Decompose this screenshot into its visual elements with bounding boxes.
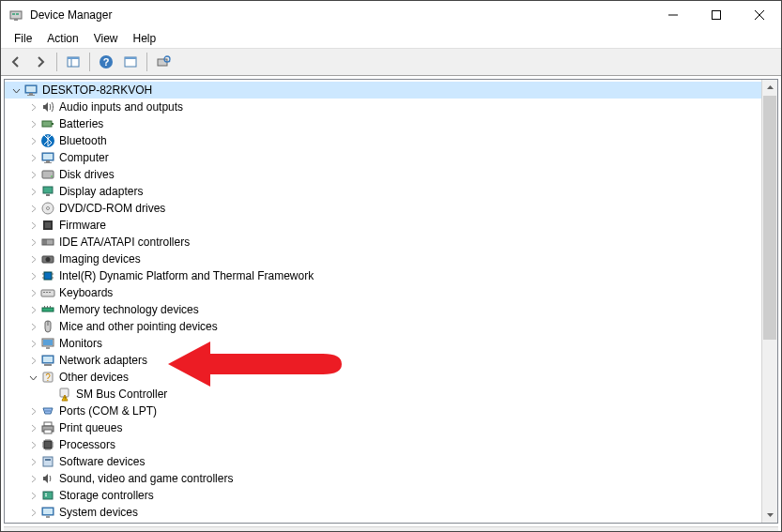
svg-rect-50 <box>49 292 51 293</box>
chevron-right-icon[interactable] <box>25 403 40 418</box>
chevron-right-icon[interactable] <box>25 285 40 300</box>
tree-category[interactable]: Imaging devices <box>5 251 777 267</box>
show-hide-tree-button[interactable] <box>62 51 84 73</box>
svg-rect-47 <box>41 290 54 296</box>
tree-category[interactable]: Computer <box>5 149 777 166</box>
tree-category[interactable]: Disk drives <box>5 166 777 183</box>
svg-rect-71 <box>44 430 52 433</box>
tree-category[interactable]: Monitors <box>5 335 777 352</box>
chevron-right-icon[interactable] <box>25 150 40 165</box>
tree-category[interactable]: Intel(R) Dynamic Platform and Thermal Fr… <box>5 267 777 284</box>
chevron-right-icon[interactable] <box>25 99 40 114</box>
close-button[interactable] <box>738 1 781 29</box>
svg-rect-19 <box>26 86 36 92</box>
svg-point-30 <box>51 175 53 177</box>
chevron-right-icon[interactable] <box>25 420 40 435</box>
vertical-scrollbar[interactable] <box>761 80 777 523</box>
system-icon <box>40 505 55 520</box>
forward-button[interactable] <box>29 51 52 73</box>
chevron-right-icon[interactable] <box>25 116 40 131</box>
battery-icon <box>40 116 55 131</box>
minimize-button[interactable] <box>652 1 695 29</box>
tree-category-label: Firmware <box>59 219 106 232</box>
chevron-right-icon[interactable] <box>25 268 40 283</box>
chevron-right-icon[interactable] <box>25 184 40 199</box>
chevron-right-icon[interactable] <box>25 218 40 233</box>
chevron-down-icon[interactable] <box>25 370 40 385</box>
svg-point-41 <box>46 257 51 262</box>
memory-icon <box>40 302 55 317</box>
tree-category-label: Monitors <box>59 337 102 350</box>
tree-category[interactable]: Ports (COM & LPT) <box>5 403 777 419</box>
menu-help[interactable]: Help <box>126 30 164 47</box>
chevron-right-icon[interactable] <box>25 302 40 317</box>
scan-hardware-button[interactable] <box>152 51 175 73</box>
chevron-right-icon[interactable] <box>25 251 40 266</box>
menubar: File Action View Help <box>1 29 781 48</box>
tree-category[interactable]: Print queues <box>5 419 777 436</box>
statusbar <box>4 526 778 532</box>
tree-category[interactable]: ?Other devices <box>5 369 777 386</box>
tree-category[interactable]: Software devices <box>5 453 777 470</box>
computer-icon <box>40 150 55 165</box>
tree-category-label: Mice and other pointing devices <box>59 320 218 333</box>
svg-rect-32 <box>46 194 50 196</box>
chevron-right-icon[interactable] <box>25 471 40 486</box>
tree-category[interactable]: IDE ATA/ATAPI controllers <box>5 234 777 251</box>
svg-rect-69 <box>44 422 52 426</box>
scroll-up-button[interactable] <box>762 80 777 96</box>
svg-rect-15 <box>158 59 167 66</box>
tree-category[interactable]: Audio inputs and outputs <box>5 99 777 115</box>
menu-view[interactable]: View <box>86 30 126 47</box>
svg-rect-57 <box>43 340 53 345</box>
scroll-down-button[interactable] <box>762 507 777 523</box>
tree-device[interactable]: !SM Bus Controller <box>5 386 777 403</box>
chevron-right-icon[interactable] <box>25 133 40 148</box>
tree-category[interactable]: Display adapters <box>5 183 777 200</box>
svg-rect-1 <box>12 13 15 15</box>
tree-category[interactable]: Network adapters <box>5 352 777 369</box>
chevron-right-icon[interactable] <box>25 488 40 503</box>
tree-category[interactable]: Firmware <box>5 217 777 234</box>
maximize-button[interactable] <box>695 1 738 29</box>
svg-rect-22 <box>42 121 52 127</box>
tree-category[interactable]: Keyboards <box>5 284 777 301</box>
tree-category[interactable]: DVD/CD-ROM drives <box>5 200 777 217</box>
tree-category[interactable]: Processors <box>5 436 777 453</box>
menu-file[interactable]: File <box>7 30 39 47</box>
tree-category[interactable]: Memory technology devices <box>5 301 777 318</box>
tree-category[interactable]: Batteries <box>5 115 777 132</box>
tree-root[interactable]: DESKTOP-82RKVOH <box>5 82 777 99</box>
chevron-right-icon[interactable] <box>25 505 40 520</box>
tree-category[interactable]: Sound, video and game controllers <box>5 470 777 487</box>
tree-category[interactable]: Storage controllers <box>5 487 777 504</box>
intel-icon <box>40 268 55 283</box>
chevron-right-icon[interactable] <box>25 319 40 334</box>
svg-text:?: ? <box>45 372 51 383</box>
svg-rect-28 <box>44 162 52 163</box>
scroll-thumb[interactable] <box>763 96 776 340</box>
chevron-down-icon[interactable] <box>8 83 23 98</box>
tree-category-label: Print queues <box>59 421 122 434</box>
chevron-right-icon[interactable] <box>25 201 40 216</box>
chevron-right-icon[interactable] <box>25 336 40 351</box>
svg-rect-48 <box>43 292 45 293</box>
display-icon <box>40 184 55 199</box>
chevron-right-icon[interactable] <box>25 454 40 469</box>
menu-action[interactable]: Action <box>39 30 85 47</box>
back-button[interactable] <box>5 51 27 73</box>
chevron-right-icon[interactable] <box>25 235 40 250</box>
help-button[interactable]: ? <box>95 51 117 73</box>
device-tree[interactable]: DESKTOP-82RKVOHAudio inputs and outputsB… <box>5 80 777 523</box>
chevron-right-icon[interactable] <box>25 437 40 452</box>
chevron-right-icon[interactable] <box>25 167 40 182</box>
tree-category[interactable]: Mice and other pointing devices <box>5 318 777 335</box>
svg-rect-23 <box>52 123 54 125</box>
chevron-right-icon[interactable] <box>25 353 40 368</box>
svg-point-68 <box>49 410 50 411</box>
tree-category[interactable]: System devices <box>5 504 777 521</box>
properties-button[interactable] <box>119 51 142 73</box>
svg-rect-52 <box>44 306 45 308</box>
tree-category[interactable]: Bluetooth <box>5 132 777 149</box>
svg-rect-86 <box>45 459 51 461</box>
